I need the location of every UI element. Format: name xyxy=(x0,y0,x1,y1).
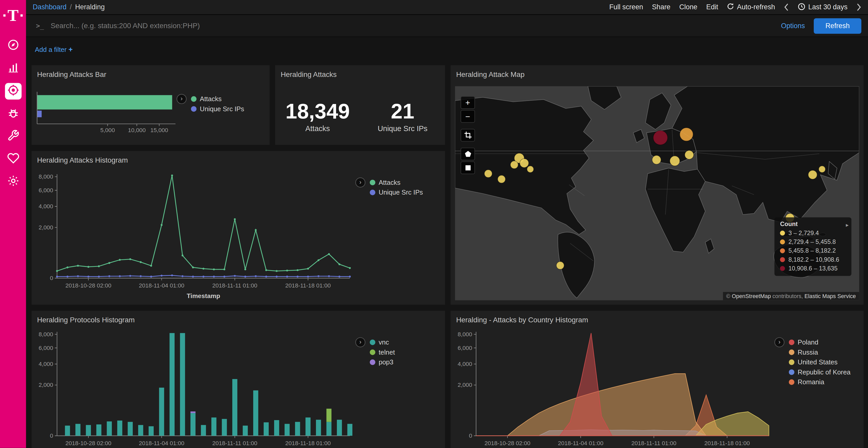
svg-text:5,000: 5,000 xyxy=(100,127,115,133)
map-marker[interactable] xyxy=(680,128,693,141)
legend-swatch xyxy=(780,248,785,253)
svg-text:8,000: 8,000 xyxy=(38,173,53,180)
panel-attack-map: Heralding Attack Map xyxy=(451,65,864,305)
clone-button[interactable]: Clone xyxy=(679,3,698,11)
legend-toggle-icon[interactable]: › xyxy=(355,337,366,347)
map-marker[interactable] xyxy=(520,159,529,168)
legend-label: 5,455.8 – 8,182.2 xyxy=(788,247,836,254)
sidebar-item-attack-map[interactable] xyxy=(5,83,21,99)
svg-text:6,000: 6,000 xyxy=(38,345,53,351)
legend-label: vnc xyxy=(379,338,389,346)
legend-label: Attacks xyxy=(379,179,400,186)
refresh-button[interactable]: Refresh xyxy=(814,18,861,34)
map-marker[interactable] xyxy=(685,150,693,159)
map-marker[interactable] xyxy=(485,170,492,177)
svg-text:4,000: 4,000 xyxy=(458,361,472,367)
map-marker[interactable] xyxy=(652,156,661,164)
attacks-line-chart[interactable]: 02,0004,0006,0008,0002018-10-28 02:00201… xyxy=(32,167,355,303)
map-marker[interactable] xyxy=(527,166,534,173)
ems-link[interactable]: Elastic Maps Service xyxy=(804,293,856,299)
panel-attacks-metric: Heralding Attacks 18,349 Attacks 21 Uniq… xyxy=(275,65,445,145)
svg-text:8,000: 8,000 xyxy=(458,331,472,338)
query-options-link[interactable]: Options xyxy=(781,22,805,30)
svg-text:6,000: 6,000 xyxy=(458,345,472,351)
legend-item[interactable]: 8,182.2 – 10,908.6 xyxy=(780,255,839,264)
sidebar-item-tools[interactable] xyxy=(5,128,21,145)
legend-item[interactable]: pop3 xyxy=(370,357,395,367)
zoom-out-button[interactable]: − xyxy=(461,110,475,123)
legend-item[interactable]: United States xyxy=(789,357,851,367)
legend-item[interactable]: 3 – 2,729.4 xyxy=(780,229,839,237)
panel-attacks-bar: Heralding Attacks Bar 5,00010,00015,000 … xyxy=(32,65,270,145)
legend-item[interactable]: Unique Src IPs xyxy=(370,187,423,198)
legend-item[interactable]: telnet xyxy=(370,347,395,357)
svg-text:4,000: 4,000 xyxy=(38,361,53,367)
edit-button[interactable]: Edit xyxy=(706,3,718,11)
full-screen-button[interactable]: Full screen xyxy=(609,3,643,11)
legend-swatch xyxy=(370,340,375,345)
sidebar-item-visualize[interactable] xyxy=(5,60,21,77)
osm-link[interactable]: OpenStreetMap xyxy=(732,293,771,299)
legend-item[interactable]: 2,729.4 – 5,455.8 xyxy=(780,237,839,246)
svg-text:10,000: 10,000 xyxy=(128,127,146,133)
breadcrumb-dashboard-link[interactable]: Dashboard xyxy=(33,3,66,11)
time-range-picker[interactable]: Last 30 days xyxy=(798,3,847,12)
map-marker[interactable] xyxy=(498,175,505,183)
legend-label: 10,908.6 – 13,635 xyxy=(788,265,838,272)
sidebar-item-health[interactable] xyxy=(5,151,21,168)
sidebar-item-settings[interactable] xyxy=(5,174,21,190)
search-input[interactable] xyxy=(50,21,772,30)
t-mobile-logo[interactable]: T xyxy=(4,4,23,27)
world-map[interactable]: + − Count 3 – 2,729.42,729.4 – 5,455.85,… xyxy=(455,86,859,300)
legend-swatch xyxy=(780,231,785,235)
svg-text:Timestamp: Timestamp xyxy=(187,292,220,299)
bug-icon xyxy=(7,107,19,121)
legend-item[interactable]: vnc xyxy=(370,337,395,347)
legend-swatch xyxy=(370,359,375,365)
svg-text:4,000: 4,000 xyxy=(38,203,53,210)
map-marker[interactable] xyxy=(808,170,817,179)
protocols-bar-chart[interactable]: 02,0004,0006,0008,0002018-10-28 02:00201… xyxy=(32,324,355,448)
legend-item[interactable]: Attacks xyxy=(191,94,244,104)
panel-title: Heralding - Attacks by Country Histogram xyxy=(451,311,864,324)
legend-swatch xyxy=(191,106,196,111)
refresh-cycle-icon xyxy=(727,3,734,12)
legend-item[interactable]: 5,455.8 – 8,182.2 xyxy=(780,246,839,255)
legend-collapse-icon[interactable]: ▸ xyxy=(846,222,848,228)
share-button[interactable]: Share xyxy=(652,3,671,11)
zoom-in-button[interactable]: + xyxy=(461,96,475,109)
svg-text:2018-11-04 01:00: 2018-11-04 01:00 xyxy=(558,440,603,446)
legend-item[interactable]: 10,908.6 – 13,635 xyxy=(780,264,839,273)
map-legend-title: Count xyxy=(780,221,839,227)
auto-refresh-button[interactable]: Auto-refresh xyxy=(727,3,775,12)
add-filter-link[interactable]: Add a filter + xyxy=(35,45,72,54)
fit-bounds-icon[interactable] xyxy=(461,129,475,141)
map-marker[interactable] xyxy=(819,166,826,173)
legend-swatch xyxy=(191,96,196,102)
clock-icon xyxy=(798,3,805,12)
time-forward-button[interactable] xyxy=(857,3,861,11)
country-area-chart[interactable]: 02,0004,0006,0008,0002018-10-28 02:00201… xyxy=(451,324,774,448)
legend-swatch xyxy=(370,190,375,195)
map-marker[interactable] xyxy=(653,131,668,145)
legend-toggle-icon[interactable]: › xyxy=(774,337,784,347)
legend-item[interactable]: Attacks xyxy=(370,177,423,187)
svg-text:2018-11-18 01:00: 2018-11-18 01:00 xyxy=(285,440,331,446)
sidebar-item-dashboard[interactable] xyxy=(5,38,21,54)
time-back-button[interactable] xyxy=(784,3,789,11)
map-marker[interactable] xyxy=(670,156,680,166)
map-marker[interactable] xyxy=(556,262,564,269)
legend-toggle-icon[interactable]: › xyxy=(177,94,187,104)
legend-item[interactable]: Romania xyxy=(789,377,851,387)
legend-item[interactable]: Poland xyxy=(789,337,851,347)
sidebar-item-malware[interactable] xyxy=(5,106,21,122)
rectangle-draw-icon[interactable] xyxy=(461,162,475,174)
map-marker[interactable] xyxy=(510,161,518,169)
panel-title: Heralding Attack Map xyxy=(451,65,864,78)
legend-toggle-icon[interactable]: › xyxy=(355,177,366,187)
legend-item[interactable]: Russia xyxy=(789,347,851,357)
polygon-draw-icon[interactable] xyxy=(461,148,475,160)
legend-item[interactable]: Republic of Korea xyxy=(789,367,851,377)
legend-label: 8,182.2 – 10,908.6 xyxy=(788,256,839,263)
legend-item[interactable]: Unique Src IPs xyxy=(191,104,244,114)
